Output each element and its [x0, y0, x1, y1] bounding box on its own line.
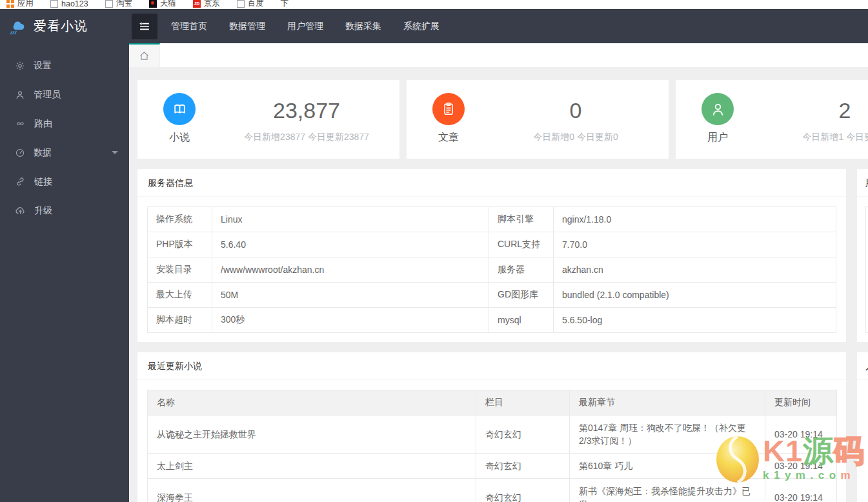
bookmark-tmall[interactable]: 天猫: [149, 0, 176, 9]
tab-bar: [129, 43, 868, 67]
route-icon: [15, 118, 26, 129]
sidebar-item-administrator[interactable]: 管理员: [0, 80, 129, 109]
collapse-menu-icon: [138, 20, 151, 33]
sidebar-item-settings[interactable]: 设置: [0, 51, 129, 80]
table-header-row: 名称 栏目 最新章节 更新时间: [148, 390, 837, 416]
home-icon: [138, 50, 150, 62]
stat-value: 2: [765, 98, 868, 123]
stat-subtitle: 今日新增0 今日更新0: [496, 132, 656, 143]
app-logo: 爱看小说: [0, 9, 129, 43]
bookmark-apps[interactable]: 应用: [6, 0, 34, 9]
main-content: 小说 23,877 今日新增23877 今日更新23877: [129, 67, 868, 502]
nav-user-management[interactable]: 用户管理: [276, 9, 334, 43]
stat-subtitle: 今日新增1 今日更新1: [765, 132, 868, 143]
table-row: 太上剑主 奇幻玄幻 第610章 巧儿 03-20 19:14: [148, 454, 837, 479]
stat-label: 小说: [169, 131, 190, 145]
bookmark-taobao[interactable]: 淘宝: [105, 0, 132, 9]
cloud-upload-icon: [15, 205, 26, 216]
panel-title: 用: [857, 169, 868, 197]
table-row: 最大上传50M GD图形库bundled (2.1.0 compatible): [148, 283, 836, 308]
gauge-icon: [15, 148, 25, 158]
bookmark-label: 下: [281, 0, 289, 9]
bookmark-label: 淘宝: [116, 0, 132, 9]
favicon-placeholder-icon: [237, 0, 245, 8]
chevron-down-icon: [112, 151, 118, 157]
table-row: PHP版本5.6.40 CURL支持7.70.0: [148, 232, 836, 257]
panel-title: 最近更新小说: [137, 352, 846, 380]
sidebar-item-routes[interactable]: 路由: [0, 109, 129, 138]
app-title: 爱看小说: [34, 17, 88, 35]
server-info-panel: 服务器信息 操作系统Linux 脚本引擎nginx/1.18.0 PHP版本5.…: [137, 169, 846, 342]
tab-home[interactable]: [129, 43, 160, 67]
recent-novels-panel: 最近更新小说 名称 栏目 最新章节 更新时间 从诡秘之主开始拯救世界 奇幻玄幻 …: [137, 352, 846, 502]
stat-label: 用户: [707, 131, 728, 145]
bookmark-baidu[interactable]: 百度: [237, 0, 264, 9]
sidebar-item-label: 链接: [34, 176, 52, 188]
bookmark-jd[interactable]: JD 京东: [193, 0, 220, 9]
sidebar-item-data[interactable]: 数据: [0, 138, 129, 167]
sidebar-item-label: 数据: [34, 147, 52, 159]
browser-bookmarks-bar: 应用 hao123 淘宝 天猫 JD 京东 百度: [0, 0, 868, 9]
stat-value: 23,877: [227, 98, 387, 123]
nav-system-extension[interactable]: 系统扩展: [392, 9, 450, 43]
tmall-favicon-icon: [149, 0, 157, 8]
cloud-rain-icon: [8, 17, 28, 35]
table-row: 操作系统Linux 脚本引擎nginx/1.18.0: [148, 207, 836, 232]
sidebar-item-upgrade[interactable]: 升级: [0, 196, 129, 225]
stat-card-articles: 文章 0 今日新增0 今日更新0: [407, 80, 669, 159]
nav-admin-home[interactable]: 管理首页: [160, 9, 218, 43]
stat-label: 文章: [438, 131, 459, 145]
sidebar-collapse-button[interactable]: [132, 14, 157, 39]
right-panel-top: 用: [857, 169, 868, 342]
nav-data-management[interactable]: 数据管理: [218, 9, 276, 43]
top-navigation: 管理首页 数据管理 用户管理 数据采集 系统扩展: [160, 9, 450, 43]
favicon-placeholder-icon: [105, 0, 113, 8]
link-icon: [15, 176, 26, 187]
stat-value: 0: [496, 98, 656, 123]
sidebar-item-label: 升级: [34, 205, 52, 217]
right-panel-table: [865, 206, 868, 333]
bookmark-label: 百度: [248, 0, 264, 9]
stat-card-users: 用户 2 今日新增1 今日更新1: [676, 80, 868, 159]
panel-title: 人: [857, 352, 868, 380]
stat-card-novels: 小说 23,877 今日新增23877 今日更新23877: [137, 80, 399, 159]
stats-row: 小说 23,877 今日新增23877 今日更新23877: [137, 80, 868, 159]
nav-data-collection[interactable]: 数据采集: [334, 9, 392, 43]
bookmark-label: 天猫: [160, 0, 176, 9]
server-info-table: 操作系统Linux 脚本引擎nginx/1.18.0 PHP版本5.6.40 C…: [147, 206, 836, 333]
bookmark-label: 应用: [17, 0, 34, 9]
gear-icon: [15, 61, 25, 71]
bookmark-hao123[interactable]: hao123: [50, 0, 88, 8]
favicon-placeholder-icon: [50, 0, 58, 8]
bookmark-more[interactable]: 下: [281, 0, 289, 9]
clipboard-icon: [432, 93, 465, 125]
table-row: 从诡秘之主开始拯救世界 奇幻玄幻 第0147章 周珏：狗改不了吃屎！（补欠更2/…: [148, 416, 837, 454]
sidebar-item-label: 管理员: [34, 89, 61, 101]
table-row: 深海拳王 奇幻玄幻 新书《深海炮王：我杀怪能提升攻击力》已发 03-20 19:…: [148, 479, 837, 502]
bookmark-label: 京东: [204, 0, 220, 9]
admin-dashboard-page: 应用 hao123 淘宝 天猫 JD 京东 百度: [0, 0, 868, 502]
person-icon: [701, 93, 734, 125]
admin-user-icon: [15, 90, 25, 100]
table-row: 脚本超时300秒 mysql5.6.50-log: [148, 308, 836, 333]
table-row: 安装目录/www/wwwroot/akzhan.cn 服务器akzhan.cn: [148, 257, 836, 283]
bookmark-label: hao123: [61, 0, 88, 8]
recent-novels-table: 名称 栏目 最新章节 更新时间 从诡秘之主开始拯救世界 奇幻玄幻 第0147章 …: [147, 390, 837, 502]
stat-subtitle: 今日新增23877 今日更新23877: [227, 132, 387, 143]
right-panel-bottom: 人: [857, 352, 868, 502]
jd-favicon-icon: JD: [193, 0, 201, 8]
panel-title: 服务器信息: [137, 169, 846, 197]
sidebar-item-label: 设置: [34, 60, 52, 72]
sidebar-item-label: 路由: [34, 118, 52, 130]
app-header: 爱看小说 管理首页 数据管理 用户管理 数据采集 系统扩展: [0, 9, 868, 43]
book-icon: [163, 93, 196, 125]
sidebar: 设置 管理员 路由 数据 链接: [0, 43, 129, 502]
sidebar-item-links[interactable]: 链接: [0, 167, 129, 196]
apps-grid-icon: [6, 0, 14, 8]
